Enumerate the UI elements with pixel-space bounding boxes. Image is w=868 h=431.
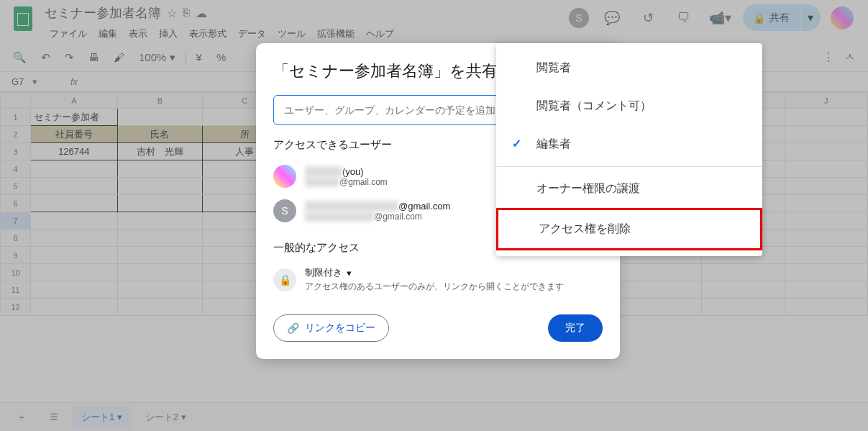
user-avatar bbox=[273, 165, 296, 188]
done-button[interactable]: 完了 bbox=[548, 314, 603, 342]
role-editor[interactable]: 編集者 bbox=[496, 125, 762, 163]
role-dropdown: 閲覧者 閲覧者（コメント可） 編集者 オーナー権限の譲渡 アクセス権を削除 bbox=[496, 43, 762, 256]
lock-icon: 🔒 bbox=[273, 268, 296, 291]
separator bbox=[496, 166, 762, 167]
copy-link-button[interactable]: 🔗 リンクをコピー bbox=[273, 314, 389, 342]
access-row: 🔒 制限付き ▾ アクセス権のあるユーザーのみが、リンクから開くことができます bbox=[273, 262, 603, 297]
restricted-select[interactable]: 制限付き ▾ bbox=[305, 266, 564, 279]
restricted-description: アクセス権のあるユーザーのみが、リンクから開くことができます bbox=[305, 281, 564, 293]
remove-access[interactable]: アクセス権を削除 bbox=[496, 208, 762, 250]
transfer-ownership[interactable]: オーナー権限の譲渡 bbox=[496, 170, 762, 208]
user-avatar: S bbox=[273, 199, 296, 222]
role-commenter[interactable]: 閲覧者（コメント可） bbox=[496, 87, 762, 125]
role-viewer[interactable]: 閲覧者 bbox=[496, 49, 762, 87]
